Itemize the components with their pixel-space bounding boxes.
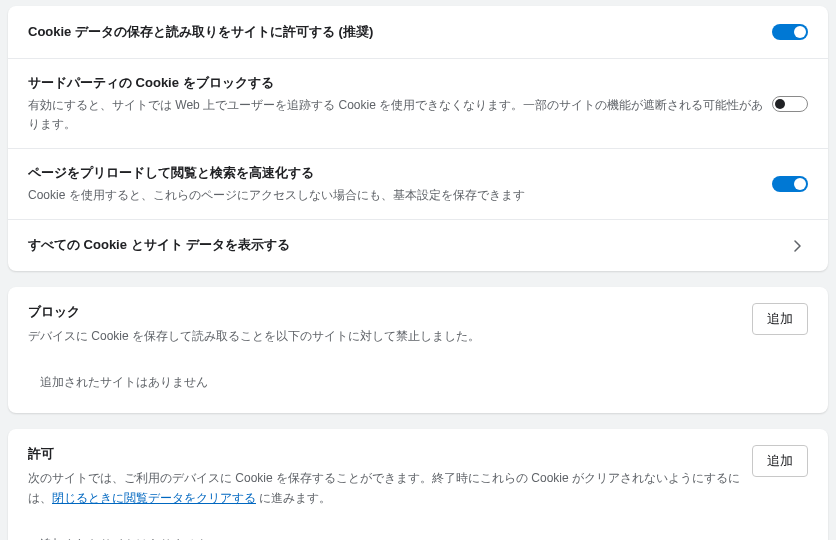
clear-on-close-link[interactable]: 閉じるときに閲覧データをクリアする — [52, 491, 256, 505]
view-all-cookies-row[interactable]: すべての Cookie とサイト データを表示する — [8, 219, 828, 271]
block-empty-text: 追加されたサイトはありません — [8, 356, 828, 413]
block-section-sub: デバイスに Cookie を保存して読み取ることを以下のサイトに対して禁止しまし… — [28, 327, 752, 346]
block-add-button[interactable]: 追加 — [752, 303, 808, 335]
preload-row: ページをプリロードして閲覧と検索を高速化する Cookie を使用すると、これら… — [8, 148, 828, 219]
block-section-title: ブロック — [28, 303, 752, 321]
chevron-right-icon — [788, 236, 808, 256]
view-all-cookies-title: すべての Cookie とサイト データを表示する — [28, 235, 788, 256]
cookie-settings-card: Cookie データの保存と読み取りをサイトに許可する (推奨) サードパーティ… — [8, 6, 828, 271]
preload-title: ページをプリロードして閲覧と検索を高速化する — [28, 163, 772, 184]
allow-empty-text: 追加されたサイトはありません — [8, 518, 828, 540]
allow-section-sub-b: に進みます。 — [256, 491, 331, 505]
allow-section-card: 許可 次のサイトでは、ご利用のデバイスに Cookie を保存することができます… — [8, 429, 828, 540]
allow-add-button[interactable]: 追加 — [752, 445, 808, 477]
allow-section-title: 許可 — [28, 445, 752, 463]
block-section-card: ブロック デバイスに Cookie を保存して読み取ることを以下のサイトに対して… — [8, 287, 828, 413]
allow-cookies-toggle[interactable] — [772, 24, 808, 40]
block-thirdparty-row: サードパーティの Cookie をブロックする 有効にすると、サイトでは Web… — [8, 58, 828, 148]
preload-sub: Cookie を使用すると、これらのページにアクセスしない場合にも、基本設定を保… — [28, 186, 772, 205]
allow-cookies-row: Cookie データの保存と読み取りをサイトに許可する (推奨) — [8, 6, 828, 58]
block-thirdparty-title: サードパーティの Cookie をブロックする — [28, 73, 772, 94]
allow-cookies-title: Cookie データの保存と読み取りをサイトに許可する (推奨) — [28, 22, 772, 43]
block-section-head: ブロック デバイスに Cookie を保存して読み取ることを以下のサイトに対して… — [8, 287, 828, 356]
block-thirdparty-sub: 有効にすると、サイトでは Web 上でユーザーを追跡する Cookie を使用で… — [28, 96, 772, 134]
allow-section-sub: 次のサイトでは、ご利用のデバイスに Cookie を保存することができます。終了… — [28, 469, 752, 507]
block-thirdparty-toggle[interactable] — [772, 96, 808, 112]
preload-toggle[interactable] — [772, 176, 808, 192]
allow-section-head: 許可 次のサイトでは、ご利用のデバイスに Cookie を保存することができます… — [8, 429, 828, 517]
